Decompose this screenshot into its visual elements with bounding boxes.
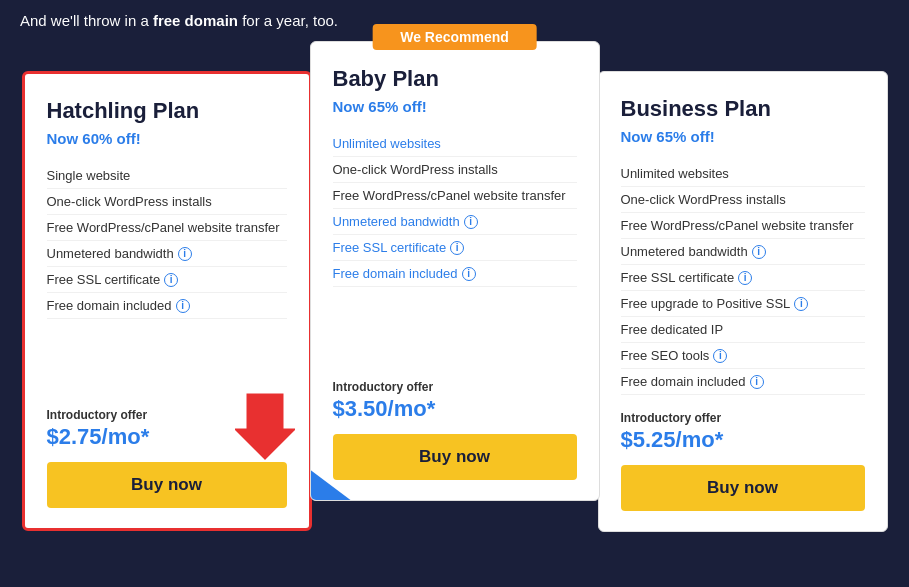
baby-plan-footer: Introductory offer $3.50/mo* Buy now	[333, 380, 577, 480]
business-plan-price: $5.25/mo*	[621, 427, 865, 453]
business-buy-button[interactable]: Buy now	[621, 465, 865, 511]
list-item: Free WordPress/cPanel website transfer	[47, 215, 287, 241]
list-item: Free domain included i	[333, 261, 577, 287]
info-icon[interactable]: i	[750, 375, 764, 389]
info-icon[interactable]: i	[713, 349, 727, 363]
top-bar-text: And we'll throw in a free domain for a y…	[20, 12, 338, 29]
info-icon[interactable]: i	[178, 247, 192, 261]
info-icon[interactable]: i	[794, 297, 808, 311]
list-item: Single website	[47, 163, 287, 189]
baby-plan-name: Baby Plan	[333, 66, 577, 92]
list-item: One-click WordPress installs	[333, 157, 577, 183]
plans-container: Hatchling Plan Now 60% off! Single websi…	[0, 41, 909, 552]
business-plan-name: Business Plan	[621, 96, 865, 122]
info-icon[interactable]: i	[176, 299, 190, 313]
list-item: Unlimited websites	[621, 161, 865, 187]
business-plan-discount: Now 65% off!	[621, 128, 865, 145]
hatchling-buy-button[interactable]: Buy now	[47, 462, 287, 508]
info-icon[interactable]: i	[464, 215, 478, 229]
list-item: One-click WordPress installs	[47, 189, 287, 215]
business-plan-footer: Introductory offer $5.25/mo* Buy now	[621, 411, 865, 511]
baby-feature-list: Unlimited websites One-click WordPress i…	[333, 131, 577, 364]
hatchling-plan-discount: Now 60% off!	[47, 130, 287, 147]
list-item: Unmetered bandwidth i	[47, 241, 287, 267]
info-icon[interactable]: i	[164, 273, 178, 287]
list-item: Free upgrade to Positive SSL i	[621, 291, 865, 317]
baby-plan-price: $3.50/mo*	[333, 396, 577, 422]
list-item: Free WordPress/cPanel website transfer	[621, 213, 865, 239]
list-item: One-click WordPress installs	[621, 187, 865, 213]
list-item: Free domain included i	[47, 293, 287, 319]
info-icon[interactable]: i	[450, 241, 464, 255]
business-intro-label: Introductory offer	[621, 411, 865, 425]
list-item: Unlimited websites	[333, 131, 577, 157]
baby-intro-label: Introductory offer	[333, 380, 577, 394]
baby-plan-card: We Recommend Baby Plan Now 65% off! Unli…	[310, 41, 600, 501]
info-icon[interactable]: i	[462, 267, 476, 281]
business-plan-card: Business Plan Now 65% off! Unlimited web…	[598, 71, 888, 532]
list-item: Free SSL certificate i	[621, 265, 865, 291]
list-item: Unmetered bandwidth i	[621, 239, 865, 265]
info-icon[interactable]: i	[738, 271, 752, 285]
list-item: Free SEO tools i	[621, 343, 865, 369]
hatchling-feature-list: Single website One-click WordPress insta…	[47, 163, 287, 392]
red-arrow-icon	[235, 392, 295, 466]
svg-marker-0	[235, 392, 295, 462]
list-item: Unmetered bandwidth i	[333, 209, 577, 235]
list-item: Free SSL certificate i	[333, 235, 577, 261]
list-item: Free domain included i	[621, 369, 865, 395]
recommend-badge: We Recommend	[372, 24, 537, 50]
list-item: Free SSL certificate i	[47, 267, 287, 293]
business-feature-list: Unlimited websites One-click WordPress i…	[621, 161, 865, 395]
list-item: Free WordPress/cPanel website transfer	[333, 183, 577, 209]
baby-plan-discount: Now 65% off!	[333, 98, 577, 115]
info-icon[interactable]: i	[752, 245, 766, 259]
baby-buy-button[interactable]: Buy now	[333, 434, 577, 480]
hatchling-plan-card: Hatchling Plan Now 60% off! Single websi…	[22, 71, 312, 531]
list-item: Free dedicated IP	[621, 317, 865, 343]
hatchling-plan-name: Hatchling Plan	[47, 98, 287, 124]
